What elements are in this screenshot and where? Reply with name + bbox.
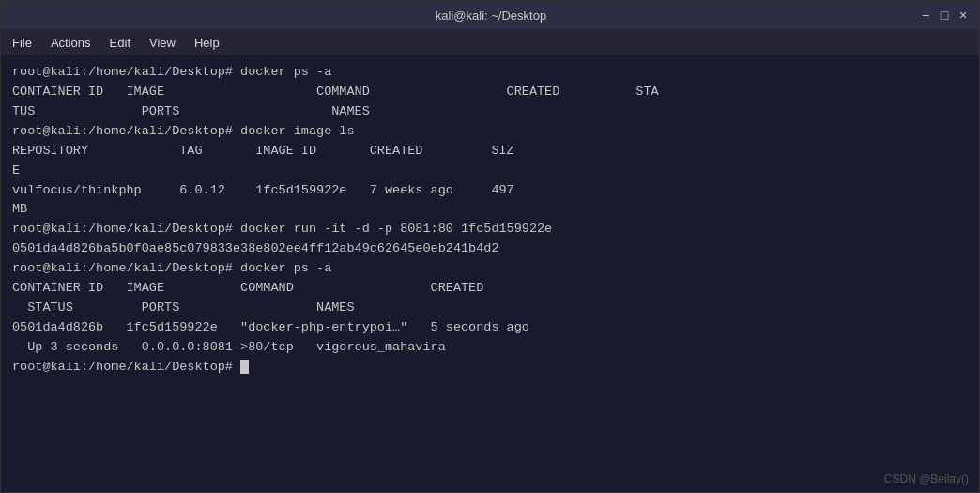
maximize-button[interactable]: □	[936, 7, 953, 23]
menu-actions[interactable]: Actions	[43, 34, 99, 52]
terminal-line: REPOSITORY TAG IMAGE ID CREATED SIZ	[12, 142, 968, 162]
terminal-line: vulfocus/thinkphp 6.0.12 1fc5d159922e 7 …	[12, 181, 968, 201]
minimize-button[interactable]: −	[917, 7, 934, 23]
terminal-line: E	[12, 162, 968, 181]
window-title: kali@kali: ~/Desktop	[65, 8, 917, 23]
terminal-line: 0501da4d826ba5b0f0ae85c079833e38e802ee4f…	[12, 239, 968, 259]
terminal-line: Up 3 seconds 0.0.0.0:8081->80/tcp vigoro…	[12, 338, 968, 358]
menu-help[interactable]: Help	[187, 34, 227, 52]
watermark: CSDN @Beilay()	[884, 472, 969, 485]
menubar: File Actions Edit View Help	[1, 29, 979, 55]
terminal-line: CONTAINER ID IMAGE COMMAND CREATED STA	[12, 83, 968, 102]
titlebar: kali@kali: ~/Desktop − □ ×	[1, 1, 979, 29]
window-controls[interactable]: − □ ×	[917, 7, 972, 23]
terminal-line: root@kali:/home/kali/Desktop# docker ima…	[12, 122, 968, 142]
menu-view[interactable]: View	[142, 34, 183, 52]
terminal-line: 0501da4d826b 1fc5d159922e "docker-php-en…	[12, 318, 968, 338]
terminal-cursor	[240, 360, 249, 374]
close-button[interactable]: ×	[955, 7, 972, 23]
terminal-line: CONTAINER ID IMAGE COMMAND CREATED	[12, 279, 968, 299]
menu-edit[interactable]: Edit	[102, 34, 138, 52]
terminal-prompt-line: root@kali:/home/kali/Desktop#	[12, 358, 968, 377]
terminal-line: root@kali:/home/kali/Desktop# docker run…	[12, 220, 968, 239]
terminal-window: kali@kali: ~/Desktop − □ × File Actions …	[0, 0, 980, 493]
terminal-area[interactable]: root@kali:/home/kali/Desktop# docker ps …	[1, 55, 979, 492]
terminal-line: STATUS PORTS NAMES	[12, 299, 968, 318]
terminal-line: root@kali:/home/kali/Desktop# docker ps …	[12, 259, 968, 279]
menu-file[interactable]: File	[5, 34, 39, 52]
terminal-line: TUS PORTS NAMES	[12, 102, 968, 122]
terminal-line: root@kali:/home/kali/Desktop# docker ps …	[12, 63, 968, 83]
terminal-line: MB	[12, 200, 968, 220]
